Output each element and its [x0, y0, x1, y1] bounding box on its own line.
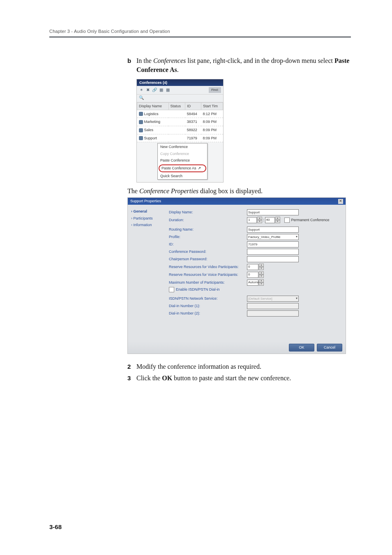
step-b-em: Conferences — [153, 57, 186, 64]
properties-dialog-screenshot: Support Properties ✕ General Participant… — [127, 197, 346, 354]
select-isdn-service[interactable]: [Default Service] — [247, 296, 299, 302]
spinner-res-video[interactable]: 0 ▲▼ — [247, 264, 264, 270]
cancel-button[interactable]: Cancel — [317, 344, 342, 352]
chapter-header: Chapter 3 - Audio Only Basic Configurati… — [49, 29, 351, 38]
col-status[interactable]: Status — [168, 103, 185, 110]
conferences-toolbar: ✶ ✖ 🔗 ▦ ▦ Find: — [137, 86, 223, 94]
label-chair-password: Chairperson Password: — [169, 257, 247, 262]
input-dialin-1[interactable] — [247, 303, 299, 309]
spin-up-icon[interactable]: ▲ — [259, 264, 264, 267]
spinner-res-voice[interactable]: 0 ▲▼ — [247, 271, 264, 278]
label-max-participants: Maximum Number of Participants: — [169, 280, 247, 285]
label-conf-password: Conference Password: — [169, 249, 247, 254]
step-3: 3 Click the OK button to paste and start… — [127, 374, 351, 383]
step-b-text: In the Conferences list pane, right-clic… — [136, 56, 351, 75]
delete-icon[interactable]: ✖ — [145, 88, 150, 92]
table-row[interactable]: Sales 58922 8:09 PM — [137, 126, 223, 134]
label-dialin-2: Dial-in Number (2): — [169, 311, 247, 316]
caption-after: dialog box is displayed. — [198, 187, 263, 194]
search-icon[interactable]: 🔍 — [139, 95, 144, 100]
spin-up-icon[interactable]: ▲ — [259, 271, 264, 275]
grid-icon[interactable]: ▦ — [159, 88, 164, 92]
input-res-voice[interactable]: 0 — [247, 272, 258, 278]
step-2-num: 2 — [127, 362, 136, 371]
spinner-duration-h[interactable]: 1 ▲▼ — [247, 217, 262, 223]
step-3-num: 3 — [127, 374, 136, 383]
search-row: 🔍 — [137, 95, 223, 103]
label-res-voice: Reserve Resources for Voice Participants… — [169, 272, 247, 278]
label-res-video: Reserve Resources for Video Participants… — [169, 264, 247, 270]
new-conference-icon[interactable]: ✶ — [139, 88, 144, 92]
sidebar-item-participants[interactable]: Participants — [129, 215, 166, 222]
input-chair-password[interactable] — [247, 256, 299, 262]
page-number: 3-68 — [49, 523, 62, 530]
cell-status — [168, 126, 185, 134]
cell-id: 38371 — [185, 118, 201, 126]
step-2-text: Modify the conference information as req… — [136, 362, 351, 371]
col-start-time[interactable]: Start Tim — [201, 103, 223, 110]
link-icon[interactable]: 🔗 — [152, 88, 157, 92]
input-id[interactable]: 71979 — [247, 241, 299, 247]
spin-down-icon[interactable]: ▼ — [259, 267, 264, 270]
conferences-table: Display Name Status ID Start Tim Logisti… — [137, 102, 223, 142]
grid2-icon[interactable]: ▦ — [165, 88, 170, 92]
ctx-paste-conference[interactable]: Paste Conference — [158, 157, 207, 164]
spin-down-icon[interactable]: ▼ — [275, 220, 280, 223]
cell-id: 58922 — [185, 126, 201, 134]
table-row[interactable]: Marketing 38371 8:09 PM — [137, 118, 223, 126]
conference-icon — [139, 128, 143, 132]
checkbox-enable-isdn[interactable] — [169, 287, 174, 292]
dialog-form: Display Name: Support Duration: 1 ▲▼ : 4… — [168, 205, 346, 342]
cell-start: 8:09 PM — [201, 134, 223, 142]
input-max-participants[interactable]: Automatic — [247, 280, 258, 286]
col-display-name[interactable]: Display Name — [137, 103, 169, 110]
ctx-paste-conference-as[interactable]: Paste Conference As — [159, 164, 206, 172]
cell-id: 58494 — [185, 110, 201, 118]
spinner-duration-m[interactable]: 40 ▲▼ — [265, 217, 280, 223]
step-2: 2 Modify the conference information as r… — [127, 362, 351, 371]
spin-down-icon[interactable]: ▼ — [259, 282, 264, 286]
step-b-t2: list pane, right-click, and in the drop-… — [186, 57, 334, 64]
label-id: ID: — [169, 242, 247, 247]
label-display-name: Display Name: — [169, 210, 247, 215]
close-icon[interactable]: ✕ — [338, 199, 343, 204]
spin-up-icon[interactable]: ▲ — [257, 217, 262, 220]
sidebar-item-information[interactable]: Information — [129, 222, 166, 229]
step-3-after: button to paste and start the new confer… — [172, 375, 291, 382]
spin-down-icon[interactable]: ▼ — [259, 275, 264, 278]
label-dialin-1: Dial-in Number (1): — [169, 303, 247, 309]
input-dialin-2[interactable] — [247, 310, 299, 317]
ok-button[interactable]: OK — [289, 344, 314, 352]
input-routing-name[interactable]: Support — [247, 227, 299, 233]
conference-icon — [139, 112, 143, 116]
label-routing-name: Routing Name: — [169, 227, 247, 232]
ctx-copy-conference[interactable]: Copy Conference — [158, 150, 207, 157]
cell-name: Sales — [144, 128, 154, 132]
sidebar-item-general[interactable]: General — [129, 208, 166, 215]
label-enable-isdn: Enable ISDN/PSTN Dial-in — [176, 287, 220, 292]
input-conf-password[interactable] — [247, 249, 299, 255]
spin-down-icon[interactable]: ▼ — [257, 220, 262, 223]
cell-status — [168, 118, 185, 126]
cell-start: 8:12 PM — [201, 110, 223, 118]
step-b-t1: In the — [136, 57, 153, 64]
ctx-quick-search[interactable]: Quick Search — [158, 173, 207, 180]
spin-up-icon[interactable]: ▲ — [275, 217, 280, 220]
table-row[interactable]: Logistics 58494 8:12 PM — [137, 110, 223, 118]
cell-name: Logistics — [144, 112, 159, 116]
col-id[interactable]: ID — [185, 103, 201, 110]
input-display-name[interactable]: Support — [247, 209, 299, 215]
duration-colon: : — [263, 217, 264, 223]
select-profile[interactable]: Factory_Video_Profile — [247, 234, 299, 240]
spinner-max-participants[interactable]: Automatic ▲▼ — [247, 279, 264, 286]
checkbox-permanent[interactable] — [284, 217, 290, 223]
table-row[interactable]: Support 71979 8:09 PM — [137, 134, 223, 142]
spin-up-icon[interactable]: ▲ — [259, 279, 264, 282]
cell-status — [168, 110, 185, 118]
input-res-video[interactable]: 0 — [247, 264, 258, 270]
input-duration-m[interactable]: 40 — [265, 217, 275, 223]
ctx-new-conference[interactable]: New Conference — [158, 143, 207, 150]
label-permanent: Permanent Conference — [291, 217, 330, 223]
input-duration-h[interactable]: 1 — [247, 217, 257, 223]
cell-start: 8:09 PM — [201, 126, 223, 134]
